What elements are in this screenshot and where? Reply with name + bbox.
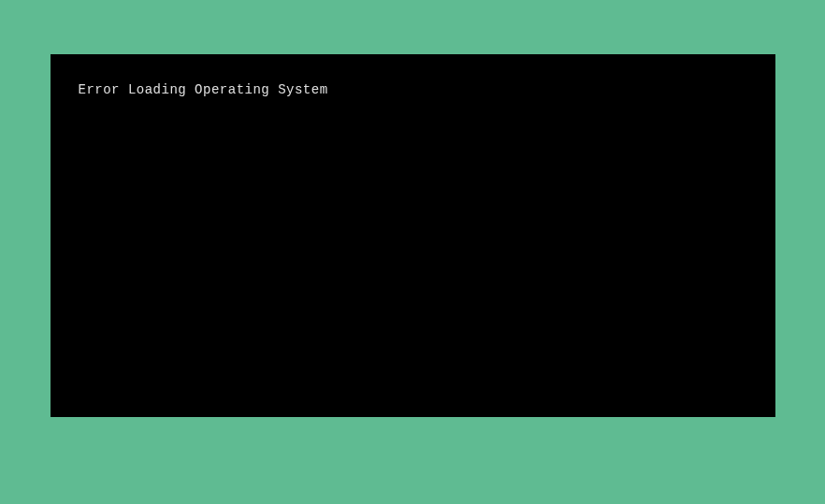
boot-error-message: Error Loading Operating System <box>79 82 775 97</box>
boot-terminal: Error Loading Operating System <box>51 54 775 417</box>
